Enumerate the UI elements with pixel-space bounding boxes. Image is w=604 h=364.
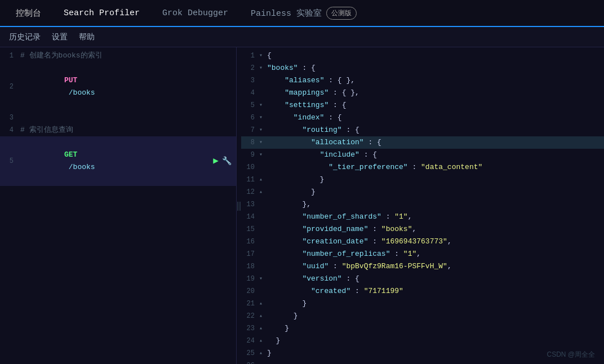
out-line-13: 13 }, (241, 198, 604, 211)
run-button[interactable]: ▶ (213, 155, 219, 167)
nav-item-search-profiler[interactable]: Search Profiler (52, 0, 151, 27)
out-line-24: 24 ▴ } (241, 335, 604, 347)
line-num-2: 2 (0, 81, 20, 93)
line-content-4: # 索引信息查询 (20, 124, 236, 136)
out-line-17: 17 "number_of_replicas" : "1", (241, 248, 604, 260)
output-panel: 1 ▾ { 2 ▾ "books" : { 3 "aliases" : { },… (241, 47, 604, 364)
out-line-12: 12 ▴ } (241, 186, 604, 198)
out-line-6: 6 ▾ "index" : { (241, 112, 604, 124)
out-line-18: 18 "uuid" : "bpBvQfz9Ram16-PSFFvH_W", (241, 260, 604, 273)
history-button[interactable]: 历史记录 (9, 32, 41, 42)
out-line-26: 26 (241, 359, 604, 364)
method-get: GET (64, 150, 77, 159)
out-line-16: 16 "creation_date" : "1696943763773", (241, 236, 604, 248)
nav-item-console[interactable]: 控制台 (5, 0, 52, 27)
out-line-11: 11 ▴ } (241, 174, 604, 186)
out-line-3: 3 "aliases" : { }, (241, 74, 604, 87)
out-line-4: 4 "mappings" : { }, (241, 87, 604, 99)
settings-button[interactable]: 设置 (52, 32, 68, 42)
out-line-10: 10 "_tier_preference" : "data_content" (241, 161, 604, 174)
editor-line-5: 5 GET /books ▶ 🔧 (0, 136, 236, 186)
out-line-23: 23 ▴ } (241, 322, 604, 335)
tools-button[interactable]: 🔧 (222, 155, 232, 167)
line-num-1: 1 (0, 50, 20, 62)
main-area: 1 # 创建名为books的索引 2 PUT /books 3 4 # 索引信息… (0, 47, 604, 364)
line-content-2: PUT /books (20, 62, 236, 112)
top-nav: 控制台 Search Profiler Grok Debugger Painle… (0, 0, 604, 27)
nav-item-grok-debugger[interactable]: Grok Debugger (151, 0, 239, 27)
line-num-5: 5 (0, 155, 20, 167)
url-2: /books (64, 88, 95, 97)
line-num-3: 3 (0, 112, 20, 124)
out-line-7: 7 ▾ "routing" : { (241, 124, 604, 136)
out-line-2: 2 ▾ "books" : { (241, 62, 604, 74)
line-content-1: # 创建名为books的索引 (20, 50, 236, 62)
editor-line-2: 2 PUT /books (0, 62, 236, 112)
editor-line-3: 3 (0, 112, 236, 124)
output-lines: 1 ▾ { 2 ▾ "books" : { 3 "aliases" : { },… (241, 47, 604, 364)
line-content-5: GET /books (20, 136, 213, 186)
out-line-5: 5 ▾ "settings" : { (241, 99, 604, 112)
out-line-19: 19 ▾ "version" : { (241, 273, 604, 285)
watermark: CSDN @周全全 (547, 350, 595, 359)
out-line-22: 22 ▴ } (241, 310, 604, 322)
action-buttons: ▶ 🔧 (213, 155, 236, 167)
out-line-8: 8 ▾ "allocation" : { (241, 136, 604, 149)
out-line-15: 15 "provided_name" : "books", (241, 223, 604, 236)
editor-panel: 1 # 创建名为books的索引 2 PUT /books 3 4 # 索引信息… (0, 47, 237, 364)
out-line-20: 20 "created" : "7171199" (241, 285, 604, 298)
url-5: /books (64, 163, 95, 171)
nav-item-painless[interactable]: Painless 实验室 公测版 (239, 0, 368, 27)
sub-toolbar: 历史记录 设置 帮助 (0, 27, 604, 47)
line-num-4: 4 (0, 124, 20, 136)
out-line-21: 21 ▴ } (241, 298, 604, 310)
editor-line-4: 4 # 索引信息查询 (0, 124, 236, 136)
beta-badge: 公测版 (326, 7, 357, 20)
editor-lines: 1 # 创建名为books的索引 2 PUT /books 3 4 # 索引信息… (0, 47, 236, 188)
panel-divider[interactable]: ‖ (237, 47, 241, 364)
out-line-14: 14 "number_of_shards" : "1", (241, 211, 604, 223)
out-line-9: 9 ▾ "include" : { (241, 149, 604, 161)
method-put: PUT (64, 76, 77, 85)
out-line-1: 1 ▾ { (241, 50, 604, 62)
help-button[interactable]: 帮助 (79, 32, 95, 42)
editor-line-1: 1 # 创建名为books的索引 (0, 50, 236, 62)
